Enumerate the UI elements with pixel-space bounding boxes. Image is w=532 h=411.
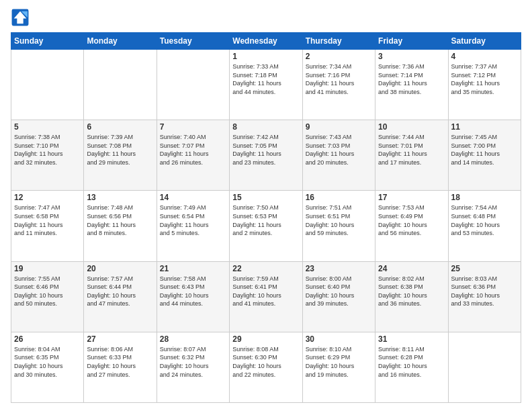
day-cell: 11Sunrise: 7:45 AM Sunset: 7:00 PM Dayli… (448, 120, 521, 191)
day-info: Sunrise: 7:48 AM Sunset: 6:56 PM Dayligh… (87, 203, 153, 237)
day-cell: 9Sunrise: 7:43 AM Sunset: 7:03 PM Daylig… (302, 120, 375, 191)
day-info: Sunrise: 8:00 AM Sunset: 6:40 PM Dayligh… (306, 275, 372, 308)
day-info: Sunrise: 8:06 AM Sunset: 6:33 PM Dayligh… (87, 345, 153, 379)
day-info: Sunrise: 7:57 AM Sunset: 6:44 PM Dayligh… (87, 275, 153, 308)
day-number: 7 (160, 122, 226, 132)
day-info: Sunrise: 8:10 AM Sunset: 6:29 PM Dayligh… (306, 345, 372, 379)
day-cell: 17Sunrise: 7:53 AM Sunset: 6:49 PM Dayli… (375, 191, 448, 261)
day-info: Sunrise: 8:03 AM Sunset: 6:36 PM Dayligh… (451, 275, 518, 308)
day-cell: 28Sunrise: 8:07 AM Sunset: 6:32 PM Dayli… (157, 332, 229, 402)
day-info: Sunrise: 7:50 AM Sunset: 6:53 PM Dayligh… (232, 203, 299, 237)
day-number: 4 (451, 52, 518, 61)
day-cell: 19Sunrise: 7:55 AM Sunset: 6:46 PM Dayli… (11, 261, 84, 332)
day-cell: 14Sunrise: 7:49 AM Sunset: 6:54 PM Dayli… (157, 191, 229, 261)
day-info: Sunrise: 7:33 AM Sunset: 7:18 PM Dayligh… (232, 62, 299, 96)
day-number: 5 (14, 122, 81, 132)
day-number: 15 (232, 193, 299, 202)
day-cell (448, 332, 521, 402)
day-cell: 29Sunrise: 8:08 AM Sunset: 6:30 PM Dayli… (230, 332, 302, 402)
day-info: Sunrise: 7:59 AM Sunset: 6:41 PM Dayligh… (232, 275, 299, 308)
day-cell: 26Sunrise: 8:04 AM Sunset: 6:35 PM Dayli… (11, 332, 84, 402)
week-row-1: 1Sunrise: 7:33 AM Sunset: 7:18 PM Daylig… (11, 50, 521, 120)
logo (11, 8, 32, 27)
day-number: 24 (378, 264, 445, 273)
day-number: 1 (232, 52, 299, 61)
col-header-wednesday: Wednesday (230, 33, 302, 50)
day-info: Sunrise: 7:40 AM Sunset: 7:07 PM Dayligh… (160, 133, 226, 167)
day-info: Sunrise: 7:49 AM Sunset: 6:54 PM Dayligh… (160, 203, 226, 237)
day-cell: 22Sunrise: 7:59 AM Sunset: 6:41 PM Dayli… (230, 261, 302, 332)
day-cell: 16Sunrise: 7:51 AM Sunset: 6:51 PM Dayli… (302, 191, 375, 261)
day-info: Sunrise: 7:37 AM Sunset: 7:12 PM Dayligh… (451, 62, 518, 96)
logo-icon (11, 8, 30, 27)
header (11, 8, 521, 27)
day-cell: 8Sunrise: 7:42 AM Sunset: 7:05 PM Daylig… (230, 120, 302, 191)
day-cell: 18Sunrise: 7:54 AM Sunset: 6:48 PM Dayli… (448, 191, 521, 261)
day-info: Sunrise: 8:07 AM Sunset: 6:32 PM Dayligh… (160, 345, 226, 379)
day-cell: 10Sunrise: 7:44 AM Sunset: 7:01 PM Dayli… (375, 120, 448, 191)
day-number: 22 (232, 264, 299, 273)
day-info: Sunrise: 7:42 AM Sunset: 7:05 PM Dayligh… (232, 133, 299, 167)
day-number: 19 (14, 264, 81, 273)
day-info: Sunrise: 7:43 AM Sunset: 7:03 PM Dayligh… (306, 133, 372, 167)
day-info: Sunrise: 7:39 AM Sunset: 7:08 PM Dayligh… (87, 133, 153, 167)
day-number: 23 (306, 264, 372, 273)
day-cell: 27Sunrise: 8:06 AM Sunset: 6:33 PM Dayli… (84, 332, 157, 402)
day-info: Sunrise: 7:51 AM Sunset: 6:51 PM Dayligh… (306, 203, 372, 237)
day-info: Sunrise: 8:04 AM Sunset: 6:35 PM Dayligh… (14, 345, 81, 379)
day-cell: 25Sunrise: 8:03 AM Sunset: 6:36 PM Dayli… (448, 261, 521, 332)
day-number: 18 (451, 193, 518, 202)
day-cell: 5Sunrise: 7:38 AM Sunset: 7:10 PM Daylig… (11, 120, 84, 191)
col-header-monday: Monday (84, 33, 157, 50)
day-number: 16 (306, 193, 372, 202)
day-number: 3 (378, 52, 445, 61)
day-cell: 15Sunrise: 7:50 AM Sunset: 6:53 PM Dayli… (230, 191, 302, 261)
day-number: 13 (87, 193, 153, 202)
day-number: 10 (378, 122, 445, 132)
day-number: 14 (160, 193, 226, 202)
day-number: 26 (14, 334, 81, 344)
day-cell (11, 50, 84, 120)
day-number: 21 (160, 264, 226, 273)
day-number: 2 (306, 52, 372, 61)
day-number: 27 (87, 334, 153, 344)
day-cell: 12Sunrise: 7:47 AM Sunset: 6:58 PM Dayli… (11, 191, 84, 261)
day-cell (157, 50, 229, 120)
page: SundayMondayTuesdayWednesdayThursdayFrid… (0, 0, 532, 411)
day-cell: 3Sunrise: 7:36 AM Sunset: 7:14 PM Daylig… (375, 50, 448, 120)
week-row-3: 12Sunrise: 7:47 AM Sunset: 6:58 PM Dayli… (11, 191, 521, 261)
day-cell: 23Sunrise: 8:00 AM Sunset: 6:40 PM Dayli… (302, 261, 375, 332)
day-info: Sunrise: 7:58 AM Sunset: 6:43 PM Dayligh… (160, 275, 226, 308)
day-info: Sunrise: 7:44 AM Sunset: 7:01 PM Dayligh… (378, 133, 445, 167)
day-cell: 1Sunrise: 7:33 AM Sunset: 7:18 PM Daylig… (230, 50, 302, 120)
day-number: 31 (378, 334, 445, 344)
week-row-5: 26Sunrise: 8:04 AM Sunset: 6:35 PM Dayli… (11, 332, 521, 402)
day-cell: 6Sunrise: 7:39 AM Sunset: 7:08 PM Daylig… (84, 120, 157, 191)
day-number: 29 (232, 334, 299, 344)
week-row-4: 19Sunrise: 7:55 AM Sunset: 6:46 PM Dayli… (11, 261, 521, 332)
col-header-tuesday: Tuesday (157, 33, 229, 50)
day-number: 28 (160, 334, 226, 344)
col-header-sunday: Sunday (11, 33, 84, 50)
day-info: Sunrise: 7:54 AM Sunset: 6:48 PM Dayligh… (451, 203, 518, 237)
day-info: Sunrise: 7:45 AM Sunset: 7:00 PM Dayligh… (451, 133, 518, 167)
day-info: Sunrise: 8:11 AM Sunset: 6:28 PM Dayligh… (378, 345, 445, 379)
day-cell: 7Sunrise: 7:40 AM Sunset: 7:07 PM Daylig… (157, 120, 229, 191)
day-number: 20 (87, 264, 153, 273)
day-cell: 31Sunrise: 8:11 AM Sunset: 6:28 PM Dayli… (375, 332, 448, 402)
day-number: 8 (232, 122, 299, 132)
day-info: Sunrise: 7:34 AM Sunset: 7:16 PM Dayligh… (306, 62, 372, 96)
header-row: SundayMondayTuesdayWednesdayThursdayFrid… (11, 33, 521, 50)
day-info: Sunrise: 8:08 AM Sunset: 6:30 PM Dayligh… (232, 345, 299, 379)
col-header-friday: Friday (375, 33, 448, 50)
day-number: 9 (306, 122, 372, 132)
day-cell: 30Sunrise: 8:10 AM Sunset: 6:29 PM Dayli… (302, 332, 375, 402)
calendar-table: SundayMondayTuesdayWednesdayThursdayFrid… (11, 32, 521, 403)
day-info: Sunrise: 7:55 AM Sunset: 6:46 PM Dayligh… (14, 275, 81, 308)
day-cell: 4Sunrise: 7:37 AM Sunset: 7:12 PM Daylig… (448, 50, 521, 120)
day-number: 12 (14, 193, 81, 202)
day-number: 6 (87, 122, 153, 132)
day-info: Sunrise: 7:36 AM Sunset: 7:14 PM Dayligh… (378, 62, 445, 96)
day-number: 11 (451, 122, 518, 132)
day-cell: 2Sunrise: 7:34 AM Sunset: 7:16 PM Daylig… (302, 50, 375, 120)
